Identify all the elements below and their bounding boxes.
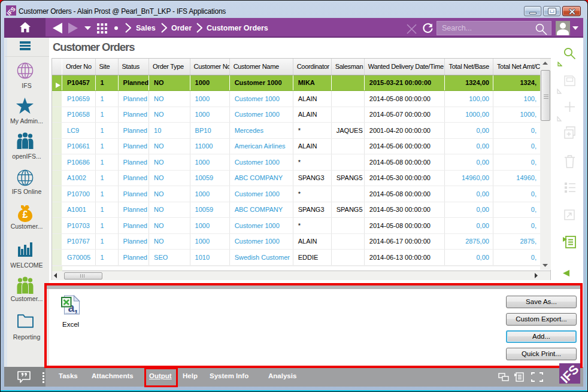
svg-text:£: £ bbox=[23, 209, 28, 220]
